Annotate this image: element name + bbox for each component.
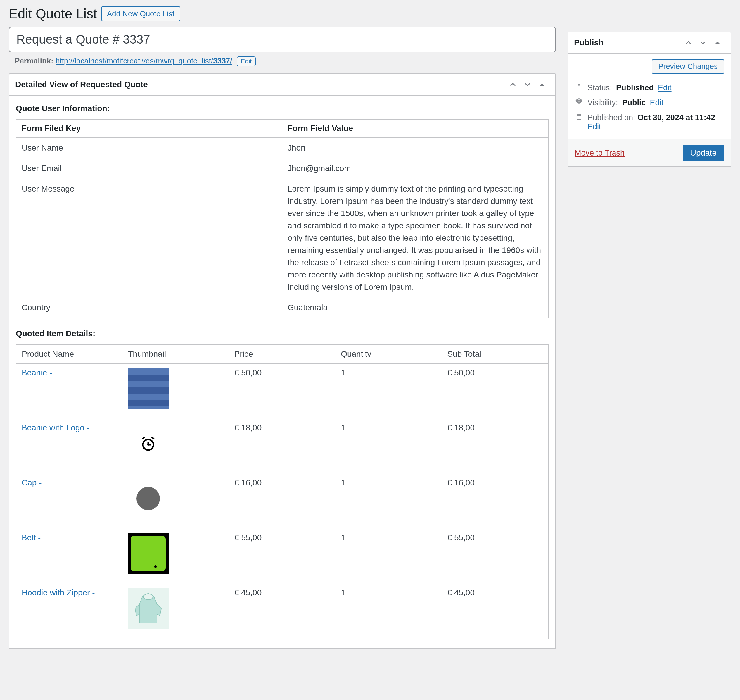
- items-heading: Quoted Item Details:: [16, 329, 549, 338]
- product-link[interactable]: Beanie with Logo -: [22, 423, 90, 432]
- product-link[interactable]: Beanie -: [22, 368, 52, 377]
- user-info-heading: Quote User Information:: [16, 104, 549, 113]
- svg-line-8: [142, 437, 145, 439]
- chevron-up-icon: [685, 41, 691, 45]
- cell-value: Lorem Ipsum is simply dummy text of the …: [282, 179, 549, 297]
- cell-quantity: 1: [336, 474, 442, 529]
- quote-details-metabox: Detailed View of Requested Quote Quote U…: [9, 74, 556, 649]
- cell-price: € 18,00: [229, 419, 336, 474]
- add-new-quote-list-button[interactable]: Add New Quote List: [101, 6, 180, 21]
- cell-quantity: 1: [336, 364, 442, 419]
- metabox-title: Detailed View of Requested Quote: [15, 80, 148, 89]
- col-subtotal: Sub Total: [442, 344, 549, 364]
- cell-quantity: 1: [336, 529, 442, 584]
- edit-visibility-link[interactable]: Edit: [650, 98, 664, 107]
- permalink-label: Permalink:: [15, 56, 53, 65]
- move-down-button[interactable]: [696, 35, 710, 50]
- svg-rect-13: [131, 536, 166, 571]
- chevron-down-icon: [700, 41, 706, 45]
- page-title: Edit Quote List: [9, 6, 97, 22]
- cell-key: User Name: [16, 137, 282, 158]
- cell-subtotal: € 45,00: [442, 584, 549, 639]
- table-header-value: Form Field Value: [282, 119, 549, 137]
- product-thumbnail-icon: [128, 478, 169, 519]
- move-up-button[interactable]: [506, 77, 520, 92]
- chevron-down-icon: [525, 82, 530, 87]
- cell-key: User Message: [16, 179, 282, 297]
- toggle-panel-button[interactable]: [535, 77, 549, 92]
- col-thumbnail: Thumbnail: [122, 344, 229, 364]
- cell-product-name: Beanie -: [16, 364, 122, 419]
- cell-value: Jhon: [282, 137, 549, 158]
- col-price: Price: [229, 344, 336, 364]
- table-row: Beanie with Logo -€ 18,001€ 18,00: [16, 419, 549, 474]
- move-to-trash-link[interactable]: Move to Trash: [574, 149, 624, 157]
- svg-rect-1: [128, 368, 169, 375]
- caret-up-icon: [715, 41, 720, 44]
- product-link[interactable]: Belt -: [22, 533, 41, 542]
- status-value: Published: [616, 83, 654, 93]
- cell-product-name: Belt -: [16, 529, 122, 584]
- product-thumbnail-icon: [128, 423, 169, 464]
- table-row: User NameJhon: [16, 137, 549, 158]
- product-link[interactable]: Hoodie with Zipper -: [22, 588, 95, 597]
- cell-thumbnail: [122, 584, 229, 639]
- svg-line-9: [152, 437, 154, 439]
- published-label: Published on:: [587, 113, 635, 122]
- cell-product-name: Cap -: [16, 474, 122, 529]
- publish-heading: Publish: [574, 38, 603, 47]
- permalink-row: Permalink: http://localhost/motifcreativ…: [9, 52, 556, 74]
- caret-up-icon: [539, 83, 545, 86]
- product-thumbnail-icon: [128, 588, 169, 629]
- user-info-table: Form Filed Key Form Field Value User Nam…: [16, 119, 549, 318]
- svg-point-11: [137, 487, 160, 510]
- cell-quantity: 1: [336, 584, 442, 639]
- move-down-button[interactable]: [520, 77, 535, 92]
- preview-changes-button[interactable]: Preview Changes: [652, 59, 724, 74]
- permalink-link[interactable]: http://localhost/motifcreatives/mwrq_quo…: [56, 56, 232, 65]
- cell-key: User Email: [16, 158, 282, 179]
- col-quantity: Quantity: [336, 344, 442, 364]
- cell-thumbnail: [122, 419, 229, 474]
- product-link[interactable]: Cap -: [22, 478, 41, 487]
- key-icon: [574, 83, 583, 90]
- visibility-label: Visibility:: [587, 98, 618, 107]
- post-title-input[interactable]: [9, 27, 556, 52]
- cell-value: Guatemala: [282, 297, 549, 318]
- svg-rect-3: [128, 394, 169, 400]
- cell-product-name: Beanie with Logo -: [16, 419, 122, 474]
- cell-thumbnail: [122, 474, 229, 529]
- calendar-icon: [574, 113, 583, 120]
- cell-quantity: 1: [336, 419, 442, 474]
- svg-point-14: [154, 566, 157, 568]
- svg-point-10: [147, 444, 149, 446]
- svg-rect-2: [128, 381, 169, 387]
- cell-key: Country: [16, 297, 282, 318]
- cell-value: Jhon@gmail.com: [282, 158, 549, 179]
- eye-icon: [574, 98, 583, 103]
- cell-subtotal: € 18,00: [442, 419, 549, 474]
- product-thumbnail-icon: [128, 368, 169, 409]
- cell-thumbnail: [122, 529, 229, 584]
- edit-status-link[interactable]: Edit: [658, 83, 672, 93]
- cell-price: € 16,00: [229, 474, 336, 529]
- cell-subtotal: € 50,00: [442, 364, 549, 419]
- svg-point-16: [144, 594, 153, 600]
- cell-thumbnail: [122, 364, 229, 419]
- table-row: Beanie -€ 50,001€ 50,00: [16, 364, 549, 419]
- toggle-panel-button[interactable]: [710, 35, 725, 50]
- cell-price: € 50,00: [229, 364, 336, 419]
- table-row: Cap -€ 16,001€ 16,00: [16, 474, 549, 529]
- table-row: Hoodie with Zipper -€ 45,001€ 45,00: [16, 584, 549, 639]
- cell-price: € 55,00: [229, 529, 336, 584]
- table-row: User EmailJhon@gmail.com: [16, 158, 549, 179]
- update-button[interactable]: Update: [683, 145, 724, 161]
- table-row: Belt -€ 55,001€ 55,00: [16, 529, 549, 584]
- edit-date-link[interactable]: Edit: [587, 122, 601, 131]
- table-row: User MessageLorem Ipsum is simply dummy …: [16, 179, 549, 297]
- move-up-button[interactable]: [681, 35, 696, 50]
- visibility-value: Public: [622, 98, 646, 107]
- items-table: Product Name Thumbnail Price Quantity Su…: [16, 344, 549, 640]
- edit-slug-button[interactable]: Edit: [237, 56, 256, 66]
- table-header-key: Form Filed Key: [16, 119, 282, 137]
